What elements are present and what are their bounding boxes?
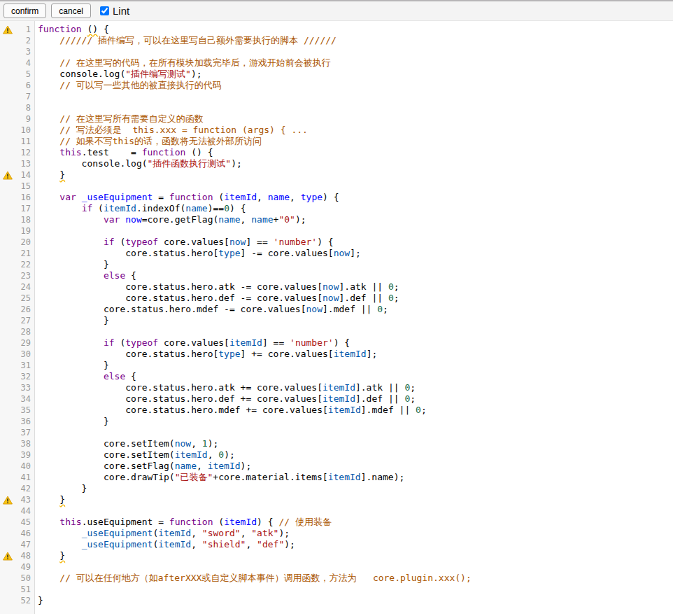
code-line[interactable]: core.status.hero.mdef -= core.values[now… <box>38 304 673 315</box>
gutter-row[interactable]: 8 <box>0 102 34 113</box>
line-number[interactable]: 42 <box>15 483 34 494</box>
gutter-row[interactable]: 49 <box>0 561 34 573</box>
code-line[interactable]: core.setItem(now, 1); <box>38 438 673 449</box>
gutter-row[interactable]: 11 <box>0 136 34 147</box>
code-line[interactable]: } <box>38 483 673 494</box>
gutter-row[interactable]: 27 <box>0 315 34 326</box>
line-number[interactable]: 6 <box>15 80 34 91</box>
code-line[interactable] <box>38 91 673 102</box>
gutter-row[interactable]: 42 <box>0 483 34 494</box>
gutter-row[interactable]: 34 <box>0 393 34 405</box>
code-line[interactable]: console.log("插件编写测试"); <box>38 69 673 80</box>
gutter-row[interactable]: 36 <box>0 416 34 427</box>
lint-marker-slot[interactable] <box>0 496 15 505</box>
code-line[interactable] <box>38 427 673 438</box>
code-line[interactable]: core.drawTip("已装备"+core.material.items[i… <box>38 472 673 483</box>
line-number[interactable]: 43 <box>15 494 34 505</box>
gutter-row[interactable]: 33 <box>0 382 34 393</box>
code-line[interactable] <box>38 326 673 337</box>
lint-marker-slot[interactable] <box>0 25 15 34</box>
line-number[interactable]: 34 <box>15 393 34 405</box>
gutter-row[interactable]: 5 <box>0 69 34 80</box>
line-number[interactable]: 19 <box>15 225 34 237</box>
line-number[interactable]: 27 <box>15 315 34 326</box>
gutter-row[interactable]: 41 <box>0 472 34 483</box>
gutter-row[interactable]: 7 <box>0 91 34 102</box>
code-line[interactable]: core.status.hero.mdef += core.values[ite… <box>38 405 673 416</box>
code-line[interactable]: else { <box>38 270 673 281</box>
line-number[interactable]: 1 <box>15 24 34 35</box>
line-number-gutter[interactable]: 1234567891011121314151617181920212223242… <box>0 21 35 614</box>
code-line[interactable]: // 写法必须是 this.xxx = function (args) { ..… <box>38 125 673 136</box>
code-line[interactable]: var _useEquipment = function (itemId, na… <box>38 192 673 203</box>
warning-icon[interactable] <box>3 25 13 34</box>
gutter-row[interactable]: 10 <box>0 125 34 136</box>
line-number[interactable]: 44 <box>15 505 34 517</box>
line-number[interactable]: 7 <box>15 91 34 102</box>
line-number[interactable]: 29 <box>15 337 34 349</box>
line-number[interactable]: 11 <box>15 136 34 147</box>
gutter-row[interactable]: 50 <box>0 573 34 584</box>
lint-marker-slot[interactable] <box>0 552 15 561</box>
code-line[interactable]: else { <box>38 371 673 382</box>
lint-toggle[interactable]: Lint <box>100 5 129 17</box>
line-number[interactable]: 12 <box>15 147 34 158</box>
code-line[interactable] <box>38 561 673 573</box>
code-line[interactable]: } <box>38 169 673 181</box>
line-number[interactable]: 28 <box>15 326 34 337</box>
code-line[interactable]: // 如果不写this的话，函数将无法被外部所访问 <box>38 136 673 147</box>
code-line[interactable]: function () { <box>38 24 673 35</box>
cancel-button[interactable]: cancel <box>51 4 91 18</box>
gutter-row[interactable]: 18 <box>0 214 34 225</box>
gutter-row[interactable]: 23 <box>0 270 34 281</box>
line-number[interactable]: 32 <box>15 371 34 382</box>
gutter-row[interactable]: 29 <box>0 337 34 349</box>
line-number[interactable]: 51 <box>15 584 34 595</box>
code-line[interactable]: } <box>38 416 673 427</box>
line-number[interactable]: 14 <box>15 169 34 181</box>
line-number[interactable]: 31 <box>15 360 34 371</box>
gutter-row[interactable]: 6 <box>0 80 34 91</box>
line-number[interactable]: 9 <box>15 113 34 125</box>
line-number[interactable]: 46 <box>15 528 34 539</box>
code-line[interactable]: ////// 插件编写，可以在这里写自己额外需要执行的脚本 ////// <box>38 35 673 46</box>
gutter-row[interactable]: 44 <box>0 505 34 517</box>
line-number[interactable]: 39 <box>15 449 34 461</box>
line-number[interactable]: 2 <box>15 35 34 46</box>
line-number[interactable]: 50 <box>15 573 34 584</box>
line-number[interactable]: 45 <box>15 517 34 528</box>
code-line[interactable]: core.setFlag(name, itemId); <box>38 461 673 472</box>
line-number[interactable]: 24 <box>15 281 34 293</box>
gutter-row[interactable]: 13 <box>0 158 34 169</box>
line-number[interactable]: 21 <box>15 248 34 259</box>
code-line[interactable]: console.log("插件函数执行测试"); <box>38 158 673 169</box>
code-line[interactable]: // 可以在任何地方（如afterXXX或自定义脚本事件）调用函数，方法为 co… <box>38 573 673 584</box>
lint-checkbox[interactable] <box>100 6 109 15</box>
gutter-row[interactable]: 35 <box>0 405 34 416</box>
gutter-row[interactable]: 25 <box>0 293 34 304</box>
code-line[interactable]: } <box>38 360 673 371</box>
gutter-row[interactable]: 22 <box>0 259 34 270</box>
gutter-row[interactable]: 3 <box>0 46 34 57</box>
gutter-row[interactable]: 21 <box>0 248 34 259</box>
line-number[interactable]: 48 <box>15 550 34 561</box>
gutter-row[interactable]: 19 <box>0 225 34 237</box>
gutter-row[interactable]: 24 <box>0 281 34 293</box>
line-number[interactable]: 30 <box>15 349 34 360</box>
code-line[interactable]: } <box>38 315 673 326</box>
gutter-row[interactable]: 20 <box>0 237 34 248</box>
line-number[interactable]: 16 <box>15 192 34 203</box>
code-line[interactable]: this.useEquipment = function (itemId) { … <box>38 517 673 528</box>
line-number[interactable]: 25 <box>15 293 34 304</box>
gutter-row[interactable]: 12 <box>0 147 34 158</box>
line-number[interactable]: 5 <box>15 69 34 80</box>
gutter-row[interactable]: 14 <box>0 169 34 181</box>
code-line[interactable]: // 在这里写的代码，在所有模块加载完毕后，游戏开始前会被执行 <box>38 57 673 69</box>
line-number[interactable]: 15 <box>15 181 34 192</box>
code-line[interactable] <box>38 505 673 517</box>
line-number[interactable]: 20 <box>15 237 34 248</box>
gutter-row[interactable]: 28 <box>0 326 34 337</box>
gutter-row[interactable]: 26 <box>0 304 34 315</box>
code-line[interactable]: core.status.hero[type] += core.values[it… <box>38 349 673 360</box>
gutter-row[interactable]: 32 <box>0 371 34 382</box>
